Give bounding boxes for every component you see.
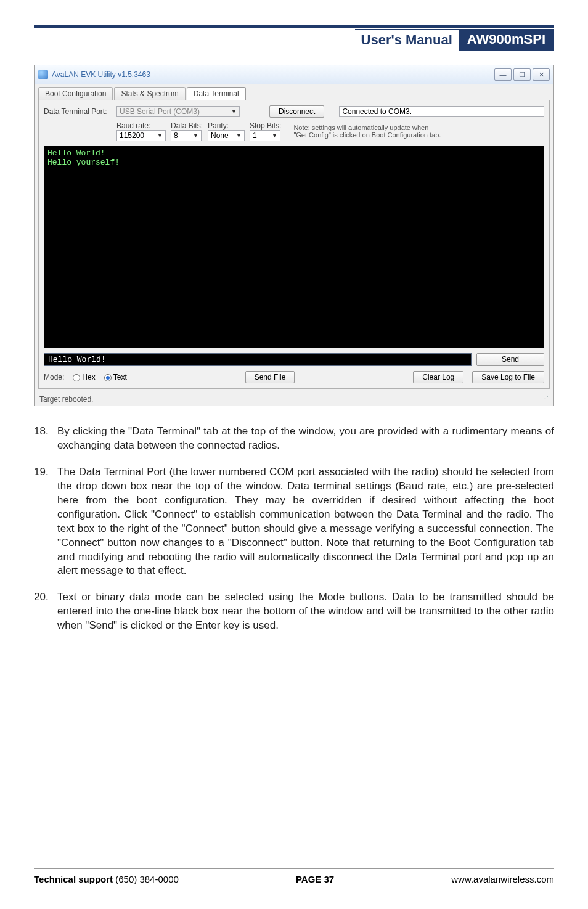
titlebar: AvaLAN EVK Utility v1.5.3463 — ☐ ✕ [35, 65, 553, 84]
mode-text-label: Text [113, 373, 127, 381]
port-combo-value: USB Serial Port (COM3) [120, 107, 200, 116]
chevron-down-icon: ▼ [231, 108, 237, 115]
mode-text-radio[interactable]: Text [104, 373, 127, 381]
mode-hex-label: Hex [82, 373, 95, 381]
chevron-down-icon: ▼ [193, 132, 198, 139]
chevron-down-icon: ▼ [272, 132, 277, 139]
document-body: 18. By clicking the "Data Terminal" tab … [34, 425, 554, 633]
footer-left-rest: (650) 384-0000 [113, 874, 179, 884]
stopbits-label: Stop Bits: [250, 121, 281, 130]
stopbits-combo[interactable]: 1 ▼ [250, 130, 280, 141]
status-bar: Target rebooted. ⋰ [35, 393, 553, 406]
footer-left-bold: Technical support [34, 874, 113, 884]
databits-value: 8 [174, 131, 178, 140]
port-label: Data Terminal Port: [44, 107, 112, 116]
app-window: AvaLAN EVK Utility v1.5.3463 — ☐ ✕ Boot … [34, 65, 554, 406]
footer-left: Technical support (650) 384-0000 [34, 874, 179, 884]
item-number-19: 19. [34, 465, 57, 579]
baud-combo[interactable]: 115200 ▼ [116, 130, 166, 141]
mode-hex-radio[interactable]: Hex [73, 373, 95, 381]
footer-center: PAGE 37 [296, 874, 334, 884]
resize-grip-icon[interactable]: ⋰ [542, 395, 549, 404]
chevron-down-icon: ▼ [236, 132, 242, 139]
item-text-19: The Data Terminal Port (the lower number… [57, 465, 554, 579]
mode-label: Mode: [44, 373, 64, 381]
page-footer: Technical support (650) 384-0000 PAGE 37… [34, 868, 554, 884]
item-number-18: 18. [34, 425, 57, 453]
send-file-button[interactable]: Send File [245, 371, 295, 383]
disconnect-button[interactable]: Disconnect [269, 105, 324, 118]
parity-label: Parity: [208, 121, 245, 130]
databits-combo[interactable]: 8 ▼ [171, 130, 202, 141]
parity-combo[interactable]: None ▼ [208, 130, 245, 141]
clear-log-button[interactable]: Clear Log [413, 371, 463, 383]
item-text-20: Text or binary data mode can be selected… [57, 590, 554, 633]
item-number-20: 20. [34, 590, 57, 633]
window-title: AvaLAN EVK Utility v1.5.3463 [52, 70, 150, 79]
send-button[interactable]: Send [476, 353, 544, 366]
save-log-button[interactable]: Save Log to File [472, 371, 544, 383]
tab-boot-configuration[interactable]: Boot Configuration [38, 87, 113, 100]
stopbits-value: 1 [253, 131, 257, 140]
tab-data-terminal[interactable]: Data Terminal [187, 87, 246, 100]
connection-status: Connected to COM3. [339, 106, 544, 117]
chevron-down-icon: ▼ [157, 132, 163, 139]
baud-label: Baud rate: [116, 121, 166, 130]
header-rule [34, 25, 554, 28]
header-label: User's Manual [355, 29, 459, 51]
header-bar: User's Manual AW900mSPI [34, 29, 554, 51]
tab-strip: Boot Configuration Stats & Spectrum Data… [35, 84, 553, 100]
footer-right: www.avalanwireless.com [451, 874, 554, 884]
tab-stats-spectrum[interactable]: Stats & Spectrum [114, 87, 185, 100]
minimize-button[interactable]: — [494, 68, 512, 81]
databits-label: Data Bits: [171, 121, 203, 130]
parity-value: None [211, 131, 229, 140]
app-icon [38, 70, 48, 79]
data-terminal-panel: Data Terminal Port: USB Serial Port (COM… [38, 100, 550, 389]
header-model: AW900mSPI [459, 29, 554, 51]
item-text-18: By clicking the "Data Terminal" tab at t… [57, 425, 554, 453]
settings-note-line1: Note: settings will automatically update… [293, 124, 441, 131]
terminal-output: Hello World! Hello yourself! [44, 146, 544, 348]
port-combo[interactable]: USB Serial Port (COM3) ▼ [116, 106, 240, 117]
close-button[interactable]: ✕ [533, 68, 550, 81]
maximize-button[interactable]: ☐ [513, 68, 531, 81]
terminal-input[interactable]: Hello World! [44, 353, 472, 366]
baud-value: 115200 [120, 131, 144, 140]
status-text: Target rebooted. [39, 395, 93, 404]
settings-note-line2: "Get Config" is clicked on Boot Configur… [293, 131, 441, 139]
